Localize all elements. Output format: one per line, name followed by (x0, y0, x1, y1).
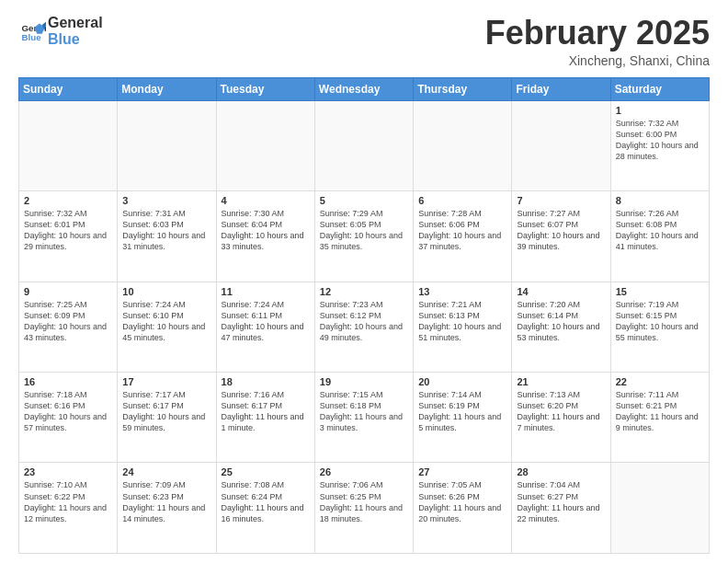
day-cell: 4Sunrise: 7:30 AM Sunset: 6:04 PM Daylig… (216, 191, 314, 282)
day-number: 14 (517, 286, 605, 297)
header: General Blue General Blue February 2025 … (18, 15, 710, 68)
day-cell: 16Sunrise: 7:18 AM Sunset: 6:16 PM Dayli… (19, 373, 118, 463)
month-title: February 2025 (485, 15, 710, 52)
day-number: 17 (122, 376, 210, 387)
day-number: 6 (418, 195, 506, 206)
day-info: Sunrise: 7:09 AM Sunset: 6:23 PM Dayligh… (122, 479, 210, 524)
day-info: Sunrise: 7:25 AM Sunset: 6:09 PM Dayligh… (24, 299, 112, 344)
day-info: Sunrise: 7:19 AM Sunset: 6:15 PM Dayligh… (616, 299, 704, 344)
day-info: Sunrise: 7:05 AM Sunset: 6:26 PM Dayligh… (418, 479, 506, 524)
day-cell: 20Sunrise: 7:14 AM Sunset: 6:19 PM Dayli… (414, 373, 512, 463)
weekday-sunday: Sunday (19, 77, 118, 100)
day-cell (19, 100, 118, 190)
weekday-monday: Monday (118, 77, 216, 100)
day-number: 26 (320, 466, 408, 477)
day-number: 27 (418, 466, 506, 477)
day-number: 21 (517, 376, 605, 387)
day-cell (512, 100, 610, 190)
day-cell (216, 100, 314, 190)
day-number: 20 (418, 376, 506, 387)
day-cell: 1Sunrise: 7:32 AM Sunset: 6:00 PM Daylig… (610, 100, 709, 190)
day-number: 25 (222, 466, 310, 477)
logo: General Blue General Blue (18, 15, 103, 49)
day-cell: 22Sunrise: 7:11 AM Sunset: 6:21 PM Dayli… (610, 373, 709, 463)
day-cell: 7Sunrise: 7:27 AM Sunset: 6:07 PM Daylig… (512, 191, 610, 282)
day-cell (314, 100, 413, 190)
day-cell: 12Sunrise: 7:23 AM Sunset: 6:12 PM Dayli… (314, 282, 413, 372)
day-info: Sunrise: 7:06 AM Sunset: 6:25 PM Dayligh… (320, 479, 408, 524)
day-number: 24 (122, 466, 210, 477)
day-number: 23 (24, 466, 112, 477)
day-info: Sunrise: 7:10 AM Sunset: 6:22 PM Dayligh… (24, 479, 112, 524)
day-number: 7 (517, 195, 605, 206)
day-info: Sunrise: 7:18 AM Sunset: 6:16 PM Dayligh… (24, 389, 112, 434)
day-cell: 5Sunrise: 7:29 AM Sunset: 6:05 PM Daylig… (314, 191, 413, 282)
day-info: Sunrise: 7:13 AM Sunset: 6:20 PM Dayligh… (517, 389, 605, 434)
day-cell: 17Sunrise: 7:17 AM Sunset: 6:17 PM Dayli… (118, 373, 216, 463)
logo-icon: General Blue (20, 18, 46, 44)
day-number: 15 (616, 286, 704, 297)
day-info: Sunrise: 7:17 AM Sunset: 6:17 PM Dayligh… (122, 389, 210, 434)
day-number: 4 (222, 195, 310, 206)
day-info: Sunrise: 7:24 AM Sunset: 6:11 PM Dayligh… (222, 299, 310, 344)
week-row-5: 23Sunrise: 7:10 AM Sunset: 6:22 PM Dayli… (19, 463, 710, 554)
day-number: 19 (320, 376, 408, 387)
day-cell: 18Sunrise: 7:16 AM Sunset: 6:17 PM Dayli… (216, 373, 314, 463)
day-number: 11 (222, 286, 310, 297)
day-info: Sunrise: 7:27 AM Sunset: 6:07 PM Dayligh… (517, 208, 605, 253)
day-number: 16 (24, 376, 112, 387)
day-cell (610, 463, 709, 554)
day-cell: 25Sunrise: 7:08 AM Sunset: 6:24 PM Dayli… (216, 463, 314, 554)
day-cell: 8Sunrise: 7:26 AM Sunset: 6:08 PM Daylig… (610, 191, 709, 282)
day-info: Sunrise: 7:04 AM Sunset: 6:27 PM Dayligh… (517, 479, 605, 524)
day-number: 5 (320, 195, 408, 206)
day-cell: 2Sunrise: 7:32 AM Sunset: 6:01 PM Daylig… (19, 191, 118, 282)
day-cell: 21Sunrise: 7:13 AM Sunset: 6:20 PM Dayli… (512, 373, 610, 463)
title-block: February 2025 Xincheng, Shanxi, China (485, 15, 710, 68)
day-info: Sunrise: 7:23 AM Sunset: 6:12 PM Dayligh… (320, 299, 408, 344)
day-number: 1 (616, 105, 704, 116)
day-info: Sunrise: 7:28 AM Sunset: 6:06 PM Dayligh… (418, 208, 506, 253)
day-number: 18 (222, 376, 310, 387)
logo-general: General (48, 15, 103, 31)
day-cell: 23Sunrise: 7:10 AM Sunset: 6:22 PM Dayli… (19, 463, 118, 554)
day-number: 3 (122, 195, 210, 206)
weekday-saturday: Saturday (610, 77, 709, 100)
day-info: Sunrise: 7:21 AM Sunset: 6:13 PM Dayligh… (418, 299, 506, 344)
day-info: Sunrise: 7:32 AM Sunset: 6:01 PM Dayligh… (24, 208, 112, 253)
day-info: Sunrise: 7:29 AM Sunset: 6:05 PM Dayligh… (320, 208, 408, 253)
logo-blue: Blue (48, 31, 103, 48)
day-number: 9 (24, 286, 112, 297)
day-cell: 26Sunrise: 7:06 AM Sunset: 6:25 PM Dayli… (314, 463, 413, 554)
day-number: 22 (616, 376, 704, 387)
day-info: Sunrise: 7:26 AM Sunset: 6:08 PM Dayligh… (616, 208, 704, 253)
day-info: Sunrise: 7:15 AM Sunset: 6:18 PM Dayligh… (320, 389, 408, 434)
weekday-wednesday: Wednesday (314, 77, 413, 100)
weekday-thursday: Thursday (414, 77, 512, 100)
weekday-friday: Friday (512, 77, 610, 100)
day-cell: 3Sunrise: 7:31 AM Sunset: 6:03 PM Daylig… (118, 191, 216, 282)
week-row-2: 2Sunrise: 7:32 AM Sunset: 6:01 PM Daylig… (19, 191, 710, 282)
day-number: 8 (616, 195, 704, 206)
calendar-table: SundayMondayTuesdayWednesdayThursdayFrid… (18, 77, 710, 554)
location: Xincheng, Shanxi, China (485, 53, 710, 68)
week-row-4: 16Sunrise: 7:18 AM Sunset: 6:16 PM Dayli… (19, 373, 710, 463)
day-cell: 10Sunrise: 7:24 AM Sunset: 6:10 PM Dayli… (118, 282, 216, 372)
day-cell: 15Sunrise: 7:19 AM Sunset: 6:15 PM Dayli… (610, 282, 709, 372)
day-info: Sunrise: 7:16 AM Sunset: 6:17 PM Dayligh… (222, 389, 310, 434)
day-number: 13 (418, 286, 506, 297)
day-cell (118, 100, 216, 190)
day-info: Sunrise: 7:20 AM Sunset: 6:14 PM Dayligh… (517, 299, 605, 344)
day-cell: 13Sunrise: 7:21 AM Sunset: 6:13 PM Dayli… (414, 282, 512, 372)
day-cell: 11Sunrise: 7:24 AM Sunset: 6:11 PM Dayli… (216, 282, 314, 372)
page: General Blue General Blue February 2025 … (0, 0, 728, 563)
weekday-header-row: SundayMondayTuesdayWednesdayThursdayFrid… (19, 77, 710, 100)
day-info: Sunrise: 7:30 AM Sunset: 6:04 PM Dayligh… (222, 208, 310, 253)
day-cell (414, 100, 512, 190)
day-cell: 27Sunrise: 7:05 AM Sunset: 6:26 PM Dayli… (414, 463, 512, 554)
day-number: 28 (517, 466, 605, 477)
weekday-tuesday: Tuesday (216, 77, 314, 100)
day-info: Sunrise: 7:08 AM Sunset: 6:24 PM Dayligh… (222, 479, 310, 524)
day-cell: 28Sunrise: 7:04 AM Sunset: 6:27 PM Dayli… (512, 463, 610, 554)
day-info: Sunrise: 7:14 AM Sunset: 6:19 PM Dayligh… (418, 389, 506, 434)
